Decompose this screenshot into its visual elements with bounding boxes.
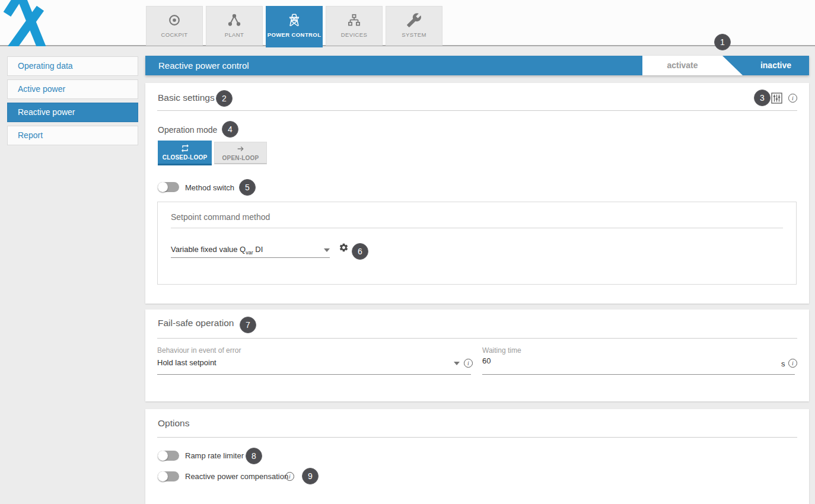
info-icon[interactable] <box>285 472 294 481</box>
tab-system[interactable]: SYSTEM <box>386 6 442 46</box>
tab-label: COCKPIT <box>161 31 187 38</box>
tab-devices[interactable]: DEVICES <box>326 6 383 46</box>
ramp-rate-limiter-label: Ramp rate limiter <box>185 451 244 460</box>
reactive-power-compensation-label: Reactive power compensation <box>185 472 288 481</box>
arrow-right-icon <box>235 144 247 154</box>
tab-label: PLANT <box>225 31 244 38</box>
options-card: Options Ramp rate limiter Reactive power… <box>145 409 809 504</box>
info-icon[interactable] <box>464 359 473 368</box>
section-divider <box>157 110 797 111</box>
open-loop-button[interactable]: OPEN-LOOP <box>214 142 267 164</box>
switch-thumb <box>158 182 168 192</box>
section-header-icons <box>771 92 797 104</box>
mode-label: OPEN-LOOP <box>222 155 259 161</box>
tab-plant[interactable]: PLANT <box>206 6 263 46</box>
top-bar: COCKPIT PLANT PO <box>0 0 815 46</box>
annotation-badge-9: 9 <box>302 468 319 484</box>
waiting-time-label: Waiting time <box>482 346 521 355</box>
section-divider <box>157 338 797 339</box>
tab-cockpit[interactable]: COCKPIT <box>146 6 203 46</box>
behaviour-dropdown[interactable]: Hold last setpoint <box>157 357 471 370</box>
closed-loop-button[interactable]: CLOSED-LOOP <box>158 141 212 165</box>
panel-divider <box>171 228 783 228</box>
system-wrench-icon <box>406 12 422 28</box>
page-title: Reactive power control <box>145 56 642 75</box>
dropdown-value: Variable fixed value Q <box>171 245 246 254</box>
tab-power-control[interactable]: POWER CONTROL <box>266 6 323 47</box>
chevron-down-icon <box>324 248 330 252</box>
sidebar-item-active-power[interactable]: Active power <box>7 79 138 99</box>
behaviour-field-label: Behaviour in event of error <box>157 346 241 355</box>
section-title-options: Options <box>158 418 189 429</box>
waiting-time-unit: s <box>781 359 785 368</box>
section-divider <box>157 437 797 438</box>
loop-arrows-icon <box>179 143 191 153</box>
tab-label: DEVICES <box>341 31 368 38</box>
operation-mode-label: Operation mode <box>158 125 217 135</box>
behaviour-value: Hold last setpoint <box>157 358 217 367</box>
chevron-down-icon <box>454 362 460 365</box>
dropdown-value-tail: DI <box>253 245 263 254</box>
sidebar-item-operating-data[interactable]: Operating data <box>7 56 138 76</box>
tab-label: SYSTEM <box>402 31 426 38</box>
cockpit-target-icon <box>167 12 182 28</box>
plant-network-icon <box>227 12 242 28</box>
section-title-basic-settings: Basic settings <box>158 92 215 103</box>
devices-hierarchy-icon <box>346 12 362 28</box>
method-switch-label: Method switch <box>185 183 234 192</box>
setpoint-method-dropdown[interactable]: Variable fixed value Qvar DI <box>171 244 330 258</box>
annotation-badge-2: 2 <box>216 90 233 107</box>
method-switch-toggle[interactable] <box>158 182 179 192</box>
annotation-badge-8: 8 <box>246 448 262 464</box>
tune-icon[interactable] <box>771 92 782 104</box>
power-tower-icon <box>286 12 302 28</box>
mode-label: CLOSED-LOOP <box>163 154 208 161</box>
waiting-time-underline <box>482 374 795 375</box>
ramp-rate-limiter-toggle[interactable] <box>158 451 179 461</box>
reactive-power-compensation-toggle[interactable] <box>158 471 179 481</box>
tab-label: POWER CONTROL <box>268 31 321 38</box>
switch-thumb <box>158 451 168 461</box>
behaviour-underline <box>157 374 471 375</box>
annotation-badge-4: 4 <box>222 121 238 138</box>
annotation-badge-6: 6 <box>352 243 368 260</box>
dropdown-value-subscript: var <box>246 250 253 256</box>
sidebar-item-reactive-power[interactable]: Reactive power <box>7 103 138 122</box>
annotation-badge-5: 5 <box>239 179 256 196</box>
annotation-badge-3: 3 <box>754 90 771 106</box>
page-title-row: Reactive power control activate inactive <box>145 56 809 75</box>
inactive-label: inactive <box>743 56 809 75</box>
annotation-badge-1: 1 <box>714 34 731 50</box>
setpoint-panel-title: Setpoint command method <box>171 212 270 222</box>
sidebar-item-report[interactable]: Report <box>7 126 138 145</box>
activate-label: activate <box>642 56 722 75</box>
waiting-time-input[interactable] <box>482 356 767 365</box>
annotation-badge-7: 7 <box>240 317 256 333</box>
switch-thumb <box>158 471 168 481</box>
setpoint-command-panel: Setpoint command method Variable fixed v… <box>157 202 797 285</box>
section-title-fail-safe: Fail-safe operation <box>158 318 234 328</box>
info-icon[interactable] <box>788 94 797 103</box>
gear-icon[interactable] <box>339 243 349 253</box>
ennexos-logo[interactable] <box>0 0 55 46</box>
dropdown-underline <box>171 257 330 258</box>
main-nav: COCKPIT PLANT PO <box>146 6 442 47</box>
info-icon[interactable] <box>788 359 797 368</box>
